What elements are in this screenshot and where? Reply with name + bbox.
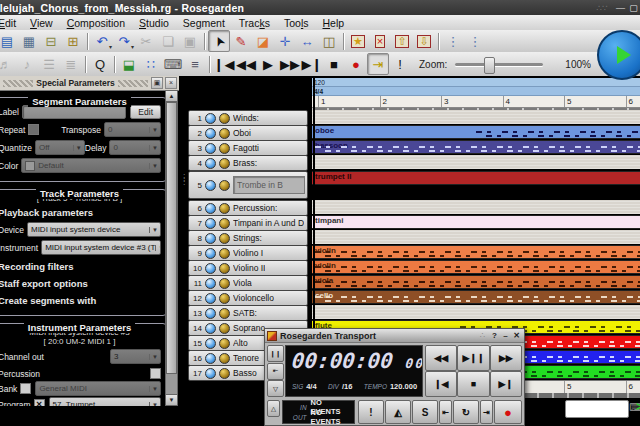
mute-led[interactable] (205, 128, 216, 139)
canvas-row-12[interactable]: cello (312, 290, 640, 304)
record-arm-led[interactable] (219, 203, 230, 214)
mute-led[interactable] (205, 308, 216, 319)
to-start-button[interactable]: ❙◀ (425, 371, 457, 397)
dock-float-button[interactable]: ▣ (151, 77, 163, 89)
transport-help-button[interactable]: ? (489, 331, 500, 340)
record-arm-led[interactable] (219, 248, 230, 259)
menu-studio[interactable]: Studio (132, 17, 176, 29)
split-tool-button[interactable]: ◫ (318, 30, 340, 52)
panic-button[interactable]: ! (389, 53, 411, 75)
mute-led[interactable] (205, 180, 216, 191)
mute-led[interactable] (205, 113, 216, 124)
device-dropdown[interactable]: MIDI input system device▼ (27, 222, 161, 237)
canvas-row-3[interactable]: bassoon (312, 140, 640, 154)
mute-led[interactable] (205, 338, 216, 349)
record-arm-led[interactable] (219, 113, 230, 124)
rewind-button[interactable]: ◀◀ (235, 53, 257, 75)
repeat-checkbox[interactable] (28, 124, 39, 135)
record-arm-led[interactable] (219, 323, 230, 334)
track-row-6[interactable]: 6Percussion: (188, 200, 308, 216)
canvas-row-13[interactable] (312, 305, 640, 319)
program-dropdown[interactable]: 57. Trumpet▼ (49, 397, 161, 406)
segment-violin[interactable]: violin (312, 245, 640, 259)
create-segments-heading[interactable]: Create segments with (0, 295, 96, 306)
mute-led[interactable] (205, 233, 216, 244)
canvas-row-10[interactable]: violin (312, 260, 640, 274)
playback-parameters-heading[interactable]: Playback parameters (0, 207, 93, 218)
transport-titlebar[interactable]: Rosegarden Transport ∴ ? – ✕ (265, 329, 524, 343)
segment-timpani[interactable]: timpani (312, 215, 640, 229)
canvas-row-9[interactable]: violin (312, 245, 640, 259)
manage-midi-devices-button[interactable]: ⬓ (118, 53, 140, 75)
color-dropdown[interactable]: Default▼ (21, 158, 161, 173)
record-button[interactable]: ● (494, 400, 522, 424)
canvas-row-5[interactable]: trumpet Itrumpet II (312, 171, 640, 197)
status-input[interactable] (565, 400, 629, 418)
toolbar-overflow-1-button[interactable]: ⋮ (442, 30, 464, 52)
canvas-row-11[interactable]: viola (312, 275, 640, 289)
segment-cello[interactable]: cello (312, 290, 640, 304)
menu-edit[interactable]: Edit (0, 17, 23, 29)
menu-segment[interactable]: Segment (176, 17, 232, 29)
record-arm-led[interactable] (219, 308, 230, 319)
print-button[interactable]: ⊟ (40, 30, 62, 52)
open-button[interactable]: ▤ (0, 30, 18, 52)
menu-help[interactable]: Help (316, 17, 352, 29)
record-arm-led[interactable] (219, 338, 230, 349)
resize-tool-button[interactable]: ↔ (296, 30, 318, 52)
menu-composition[interactable]: Composition (60, 17, 132, 29)
dock-drag-hatch[interactable] (3, 80, 33, 87)
move-track-up-button[interactable]: ⇧ (391, 30, 413, 52)
track-row-11[interactable]: 11Viola (188, 275, 308, 291)
track-row-5[interactable]: 5Trombe in B (188, 171, 308, 199)
quantize-dropdown[interactable]: Off▼ (35, 140, 85, 155)
record-arm-led[interactable] (219, 143, 230, 154)
undo-button[interactable]: ↶▾ (91, 30, 113, 52)
segment-violin[interactable]: violin (312, 260, 640, 274)
audio-mixer-button[interactable]: ≡ (184, 53, 206, 75)
track-name-editor[interactable]: Trombe in B (233, 176, 305, 194)
tempo-value[interactable]: 120.000 (390, 382, 417, 391)
menu-view[interactable]: View (23, 17, 60, 29)
print-preview-button[interactable]: ⊞ (62, 30, 84, 52)
add-track-button[interactable]: ★ (347, 30, 369, 52)
stop-button[interactable]: ■ (323, 53, 345, 75)
solo-button[interactable]: S (412, 400, 438, 424)
minimize-button[interactable]: — (614, 3, 627, 13)
delete-track-button[interactable]: × (369, 30, 391, 52)
delay-dropdown[interactable]: 0▼ (109, 140, 161, 155)
loop-end-button[interactable]: ⇥ (480, 400, 493, 424)
move-tool-button[interactable]: ✛ (274, 30, 296, 52)
metronome-button[interactable]: ◭ (385, 400, 411, 424)
dock-close-button[interactable]: × (165, 77, 177, 89)
play-button[interactable]: ▶❙❙ (457, 345, 489, 371)
track-row-8[interactable]: 8Strings: (188, 230, 308, 246)
loop-start-button[interactable]: ⇤ (439, 400, 452, 424)
record-arm-led[interactable] (219, 128, 230, 139)
mute-led[interactable] (205, 158, 216, 169)
record-arm-led[interactable] (219, 233, 230, 244)
sig-value[interactable]: 4/4 (306, 382, 316, 391)
toggle-midi-panel-button[interactable]: ▽ (267, 380, 284, 397)
dock-header[interactable]: Special Parameters ▣ × (0, 76, 179, 91)
segment-viola[interactable]: viola (312, 275, 640, 289)
zoom-slider[interactable] (455, 63, 543, 66)
segment-bassoon[interactable]: bassoon (312, 140, 640, 154)
track-row-13[interactable]: 13SATB: (188, 305, 308, 321)
panic-button[interactable]: ! (358, 400, 384, 424)
toggle-extra-panel-button[interactable]: △ (267, 400, 280, 417)
track-row-3[interactable]: 3Fagotti (188, 140, 308, 156)
erase-tool-button[interactable]: ◪ (252, 30, 274, 52)
tempo-ruler[interactable]: 120 (312, 78, 640, 87)
track-row-4[interactable]: 4Brass: (188, 155, 308, 171)
mute-led[interactable] (205, 368, 216, 379)
to-end-button[interactable]: ▶❙ (490, 371, 522, 397)
scroll-down-icon[interactable]: ▼ (166, 394, 177, 405)
record-arm-led[interactable] (219, 353, 230, 364)
mute-led[interactable] (205, 248, 216, 259)
record-button[interactable]: ● (345, 53, 367, 75)
track-row-2[interactable]: 2Oboi (188, 125, 308, 141)
track-row-1[interactable]: 1Winds: (188, 110, 308, 126)
menu-tracks[interactable]: Tracks (232, 17, 277, 29)
fast-forward-button[interactable]: ▶▶ (279, 53, 301, 75)
